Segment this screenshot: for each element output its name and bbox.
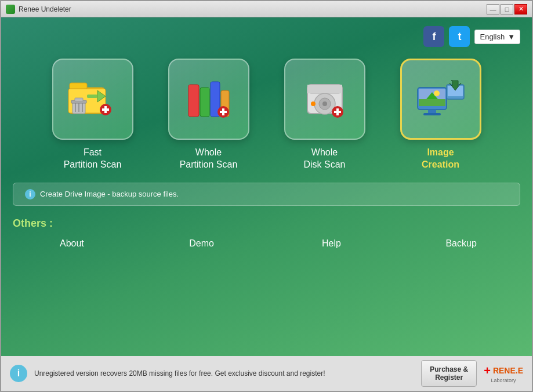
card-icon-box-fast-partition — [52, 59, 133, 140]
svg-rect-35 — [419, 99, 445, 106]
cards-row: FastPartition Scan — [13, 59, 520, 171]
purchase-register-button[interactable]: Purchase & Register — [421, 360, 477, 387]
close-button[interactable]: ✕ — [514, 4, 527, 14]
whole-partition-scan-icon — [180, 70, 238, 128]
card-label-whole-disk: WholeDisk Scan — [303, 147, 345, 171]
svg-rect-20 — [220, 111, 227, 113]
others-links: About Demo Help Backup — [13, 238, 520, 249]
top-bar: f t English ▼ — [13, 26, 520, 47]
renee-brand-text: RENE.E — [493, 366, 523, 375]
app-icon — [6, 5, 15, 14]
card-label-whole-partition: WholePartition Scan — [180, 147, 238, 171]
others-title: Others : — [13, 217, 520, 230]
svg-rect-4 — [87, 95, 97, 98]
card-image-creation[interactable]: ImageCreation — [389, 59, 493, 171]
info-icon: i — [25, 189, 35, 199]
svg-rect-10 — [75, 98, 83, 101]
svg-rect-14 — [188, 85, 199, 117]
backup-link[interactable]: Backup — [402, 238, 520, 249]
svg-point-26 — [322, 101, 327, 106]
footer: i Unregistered version recovers 20MB mis… — [1, 356, 532, 391]
fast-partition-scan-icon — [64, 70, 122, 128]
language-arrow: ▼ — [507, 32, 515, 41]
app-window: Renee Undeleter — □ ✕ f t English ▼ — [0, 0, 533, 392]
svg-rect-7 — [102, 108, 109, 111]
svg-point-37 — [434, 90, 440, 96]
info-text: Create Drive Image - backup source files… — [40, 190, 179, 198]
renee-sub-text: Laboratory — [491, 378, 516, 383]
renee-logo-icon: + RENE.E — [484, 364, 523, 378]
maximize-button[interactable]: □ — [501, 4, 513, 14]
language-value: English — [480, 32, 505, 41]
card-whole-partition-scan[interactable]: WholePartition Scan — [157, 59, 261, 171]
svg-rect-23 — [307, 85, 342, 93]
main-content: f t English ▼ — [1, 17, 532, 356]
renee-cross-icon: + — [484, 364, 491, 378]
help-link[interactable]: Help — [273, 238, 391, 249]
card-icon-box-whole-partition — [168, 59, 249, 140]
card-label-fast-partition: FastPartition Scan — [64, 147, 122, 171]
title-bar: Renee Undeleter — □ ✕ — [1, 1, 532, 17]
others-section: Others : About Demo Help Backup — [13, 217, 520, 249]
footer-info-icon: i — [10, 365, 27, 382]
renee-logo: + RENE.E Laboratory — [484, 364, 523, 383]
facebook-button[interactable]: f — [423, 26, 444, 47]
language-dropdown[interactable]: English ▼ — [474, 30, 520, 44]
whole-disk-scan-icon — [296, 70, 354, 128]
info-bar: i Create Drive Image - backup source fil… — [13, 183, 520, 206]
svg-rect-34 — [423, 113, 441, 115]
window-title: Renee Undeleter — [19, 5, 487, 13]
card-fast-partition-scan[interactable]: FastPartition Scan — [41, 59, 145, 171]
about-link[interactable]: About — [13, 238, 131, 249]
svg-rect-30 — [334, 111, 341, 113]
svg-rect-15 — [200, 88, 209, 117]
card-icon-box-image-creation — [400, 59, 481, 140]
window-controls: — □ ✕ — [487, 4, 527, 14]
card-whole-disk-scan[interactable]: WholeDisk Scan — [273, 59, 377, 171]
svg-point-27 — [311, 101, 316, 106]
card-label-image-creation: ImageCreation — [422, 147, 459, 171]
footer-text: Unregistered version recovers 20MB missi… — [34, 369, 414, 379]
demo-link[interactable]: Demo — [143, 238, 261, 249]
minimize-button[interactable]: — — [487, 4, 499, 14]
svg-rect-33 — [428, 110, 436, 113]
card-icon-box-whole-disk — [284, 59, 365, 140]
image-creation-icon — [412, 70, 470, 128]
twitter-button[interactable]: t — [449, 26, 470, 47]
